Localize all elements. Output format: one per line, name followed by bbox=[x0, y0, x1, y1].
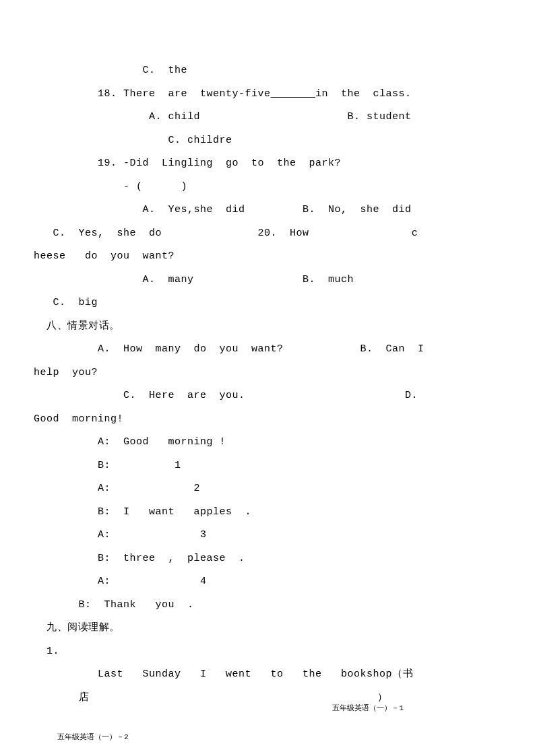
section9-para-start: Last Sunday I went to the bookshop（书 bbox=[34, 663, 501, 687]
dialog-b1-text: B: 1 bbox=[98, 460, 181, 471]
s8-optc: C. Here are you. bbox=[123, 390, 245, 401]
q19-opta: A. Yes,she did bbox=[143, 204, 245, 215]
section8-optb-line2: help you? bbox=[34, 362, 501, 385]
q20-opta: A. many bbox=[143, 274, 194, 285]
section9-item1: 1. bbox=[34, 640, 501, 664]
q20-stem-word: c bbox=[412, 228, 418, 239]
dialog-a2: A: 2 bbox=[34, 477, 501, 501]
q18-stem: 18. There are twenty-five in the class. bbox=[34, 83, 501, 106]
q19-response-text: - ( ) bbox=[123, 181, 187, 193]
q19-optb: B. No, she did bbox=[303, 204, 412, 215]
q20-stem2-text: heese do you want? bbox=[34, 250, 175, 262]
document-content: C. the 18. There are twenty-five in the … bbox=[0, 0, 535, 710]
q18-stem-post: in the class. bbox=[315, 88, 412, 100]
dialog-a4: A: 4 bbox=[34, 570, 501, 594]
section8-optd-line2: Good morning! bbox=[34, 408, 501, 432]
s8-opta: A. How many do you want? bbox=[98, 343, 284, 355]
section9-para-line2: 店 ） bbox=[34, 687, 501, 710]
q20-stem-line2: heese do you want? bbox=[34, 245, 501, 269]
dialog-a4-text: A: 4 bbox=[98, 576, 207, 587]
s8-optb2: help you? bbox=[34, 367, 98, 378]
s8-optd2: Good morning! bbox=[34, 413, 123, 425]
section9-title-text: 九、阅读理解。 bbox=[46, 622, 120, 633]
dialog-a3: A: 3 bbox=[34, 524, 501, 547]
dialog-a3-text: A: 3 bbox=[98, 529, 207, 541]
section8-opts-ab: A. How many do you want? B. Can I bbox=[34, 338, 501, 362]
q19-opts-ab: A. Yes,she did B. No, she did bbox=[34, 199, 501, 222]
footer-left-text: 五年级英语（一）－2 bbox=[57, 729, 129, 746]
dialog-a2-text: A: 2 bbox=[98, 483, 200, 494]
q19-optc: C. Yes, she do bbox=[53, 228, 162, 239]
q20-optb: B. much bbox=[303, 274, 354, 285]
q18-opts-ab: A. child B. student bbox=[34, 106, 501, 129]
section8-title-text: 八、情景对话。 bbox=[46, 320, 120, 332]
dialog-b4: B: Thank you . bbox=[34, 594, 501, 617]
section9-title: 九、阅读理解。 bbox=[34, 617, 501, 640]
dialog-a1: A: Good morning ! bbox=[34, 431, 501, 454]
s9-para-text: Last Sunday I went to the bookshop（书 bbox=[98, 668, 413, 680]
q17-optc-text: C. the bbox=[143, 65, 188, 76]
q18-optc-text: C. childre bbox=[168, 135, 232, 146]
q20-optc-text: C. big bbox=[53, 297, 98, 308]
s8-optb: B. Can I bbox=[360, 343, 424, 355]
dialog-b3-text: B: three , please . bbox=[98, 553, 245, 564]
s9-item1-text: 1. bbox=[46, 646, 59, 657]
q20-opt-c: C. big bbox=[34, 291, 501, 315]
dialog-b4-text: B: Thank you . bbox=[79, 599, 194, 611]
q19-stem: 19. -Did Lingling go to the park? bbox=[34, 152, 501, 176]
q18-opt-c: C. childre bbox=[34, 129, 501, 153]
q18-opta: A. child bbox=[149, 111, 200, 123]
section8-title: 八、情景对话。 bbox=[34, 315, 501, 339]
s9-para2-left: 店 bbox=[79, 692, 90, 703]
section8-opts-cd: C. Here are you. D. bbox=[34, 384, 501, 408]
dialog-b1: B: 1 bbox=[34, 454, 501, 478]
q18-optb: B. student bbox=[348, 111, 412, 123]
q18-stem-pre: 18. There are twenty-five bbox=[98, 88, 271, 100]
dialog-b2-text: B: I want apples . bbox=[98, 506, 251, 518]
q18-blank bbox=[271, 88, 316, 100]
s8-optd: D. bbox=[405, 390, 418, 401]
dialog-b2: B: I want apples . bbox=[34, 501, 501, 524]
footer-right-text: 五年级英语（一）－1 bbox=[332, 700, 404, 717]
dialog-a1-text: A: Good morning ! bbox=[98, 436, 226, 448]
q19-stem-text: 19. -Did Lingling go to the park? bbox=[98, 158, 341, 169]
q20-stem-pre: 20. How bbox=[258, 228, 309, 239]
q19-response: - ( ) bbox=[34, 176, 501, 199]
dialog-b3: B: three , please . bbox=[34, 547, 501, 571]
q17-opt-c: C. the bbox=[34, 59, 501, 83]
q20-opts-ab: A. many B. much bbox=[34, 269, 501, 292]
q19c-q20-line: C. Yes, she do 20. How c bbox=[34, 222, 501, 246]
